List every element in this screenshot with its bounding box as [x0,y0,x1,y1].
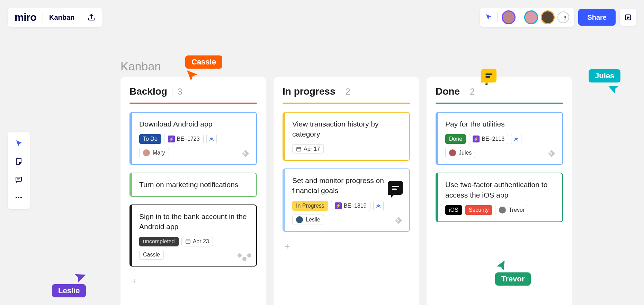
kanban-card[interactable]: View transaction history by category Apr… [283,112,410,161]
export-icon[interactable] [87,13,96,21]
tag-chip: iOS [445,205,462,215]
jira-icon [240,148,251,160]
column-title[interactable]: In progress [283,86,335,97]
card-title: Turn on marketing notifications [139,180,249,190]
kanban-card[interactable]: Turn on marketing notifications [129,173,257,197]
comment-tool-icon[interactable] [10,171,27,188]
avatar[interactable] [502,10,516,24]
column-title[interactable]: Done [436,86,460,97]
card-title: Set and monitor progress on financial go… [292,175,402,196]
cursor-icon [494,259,509,274]
svg-rect-7 [485,73,492,75]
top-right-bar: +3 Share [480,8,636,27]
svg-point-4 [20,197,22,198]
bolt-icon: ⚡ [473,136,480,142]
svg-rect-8 [485,76,490,78]
kanban-card[interactable]: Download Android app To Do ⚡BE–1723 Mary [129,112,257,165]
card-title: Use two-factor authentication to access … [445,180,555,200]
card-title: Pay for the utilities [445,119,555,129]
jira-icon [546,148,557,160]
presence-cursor-leslie: Leslie [52,270,86,297]
status-badge: uncompleted [139,237,179,246]
svg-rect-6 [297,147,301,151]
avatar-extra-count[interactable]: +3 [557,11,569,23]
comment-bubble-icon[interactable] [388,181,403,195]
cursor-icon [606,81,622,97]
assignee-chip: Jules [445,148,475,158]
brand-bar: miro Kanban [8,8,102,27]
avatar[interactable] [524,10,538,24]
priority-icon [206,134,217,144]
assignee-chip: Cassie [139,250,164,260]
cursor-label: Leslie [52,284,86,297]
presence-bar: +3 [480,8,574,27]
ticket-chip: ⚡BE–2113 [469,134,508,144]
status-badge: In Progress [292,201,328,211]
board-name[interactable]: Kanban [49,14,74,21]
column-rule [283,103,410,104]
cursor-mode-icon[interactable] [485,13,493,21]
calendar-icon [185,239,191,244]
bolt-icon: ⚡ [335,202,342,209]
cursor-label: Cassie [185,55,222,69]
calendar-icon [296,146,302,152]
column-backlog: Backlog 3 Download Android app To Do ⚡BE… [120,77,266,305]
svg-point-2 [16,197,17,198]
column-count: 2 [470,86,475,97]
svg-rect-5 [186,240,190,244]
cursor-label: Jules [589,69,620,82]
status-badge: Done [445,134,466,144]
column-count: 3 [177,86,182,97]
svg-point-3 [18,197,19,198]
kanban-card[interactable]: Pay for the utilities Done ⚡BE–2113 Jule… [436,112,563,165]
divider [81,12,81,22]
board-title: Kanban [120,60,161,73]
more-tools-icon[interactable] [10,189,27,206]
avatar[interactable] [541,10,555,24]
cursor-label: Trevor [495,272,531,286]
card-title: Sign in to the bank account in the Andro… [139,211,249,232]
comment-bubble-icon[interactable] [481,69,497,82]
date-chip: Apr 17 [292,144,324,154]
ticket-chip: ⚡BE–1723 [164,134,204,144]
presence-cursor-trevor: Trevor [495,260,531,286]
dots-icon [238,257,251,261]
svg-rect-9 [392,186,399,187]
jira-icon [393,215,404,227]
priority-icon [511,134,521,144]
add-card-button[interactable]: + [283,239,292,253]
select-tool-icon[interactable] [10,135,27,152]
priority-icon [373,201,384,211]
cursor-icon [70,268,88,286]
assignee-chip: Leslie [292,215,324,225]
column-count: 2 [345,86,350,97]
card-title: View transaction history by category [292,119,402,139]
presence-cursor-cassie: Cassie [185,55,222,82]
column-rule [129,103,257,104]
card-title: Download Android app [139,119,249,129]
assignee-chip: Mary [139,148,169,158]
assignee-chip: Trevor [495,205,528,215]
toolbar [8,132,30,209]
sticky-note-tool-icon[interactable] [10,153,27,170]
bolt-icon: ⚡ [168,136,175,142]
column-rule [436,103,563,104]
share-button[interactable]: Share [578,9,616,26]
tag-chip: Security [465,205,493,215]
add-card-button[interactable]: + [129,274,139,288]
logo[interactable]: miro [15,11,36,23]
date-chip: Apr 23 [181,237,213,246]
column-title[interactable]: Backlog [129,86,167,97]
status-badge: To Do [139,134,161,144]
presence-cursor-jules: Jules [589,69,620,95]
divider [43,12,43,22]
kanban-card[interactable]: Use two-factor authentication to access … [436,173,563,222]
kanban-card[interactable]: Sign in to the bank account in the Andro… [129,204,257,267]
ticket-chip: ⚡BE–1819 [331,201,370,211]
kanban-card[interactable]: Set and monitor progress on financial go… [283,168,410,232]
cursor-icon [185,69,199,82]
panel-toggle-icon[interactable] [620,9,636,26]
svg-rect-10 [392,189,397,190]
